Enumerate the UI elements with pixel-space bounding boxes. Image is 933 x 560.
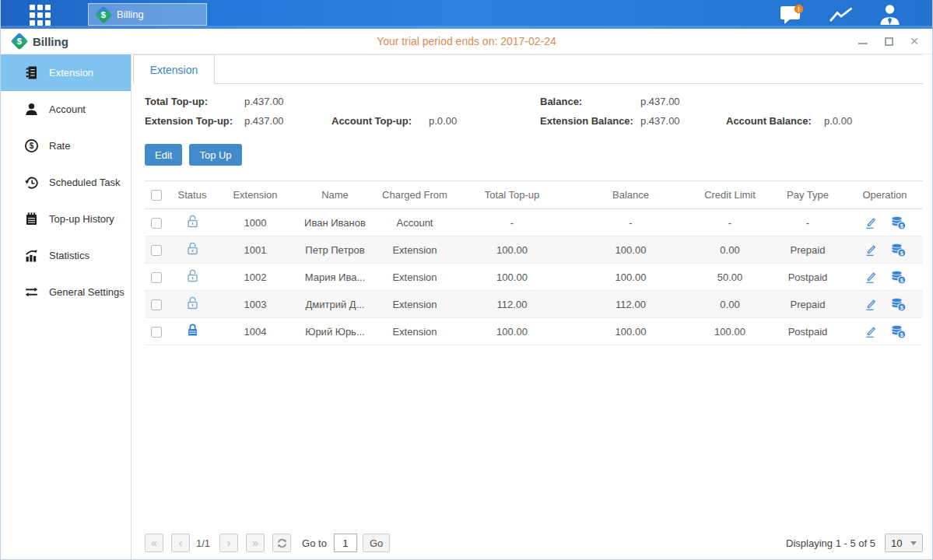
col-charged-from: Charged From [376, 181, 454, 209]
cell-credit-limit: 100.00 [691, 318, 769, 345]
cell-charged-from: Extension [376, 291, 454, 318]
topup-icon[interactable]: $ [890, 324, 907, 339]
sidebar-item-scheduled-task[interactable]: Scheduled Task [1, 164, 131, 201]
maximize-button[interactable] [883, 36, 894, 47]
window-titlebar: $ Billing Your trial period ends on: 201… [1, 29, 932, 54]
topbar-right-icons: ! [780, 4, 901, 26]
goto-label: Go to [302, 537, 327, 549]
svg-text:!: ! [798, 5, 800, 12]
table-row: 1002 Мария Ива... Extension 100.00 100.0… [145, 264, 923, 291]
cell-total-topup: 100.00 [454, 264, 570, 291]
sidebar-item-label: Scheduled Task [49, 177, 121, 188]
prev-page-button[interactable]: ‹ [171, 534, 190, 552]
cell-total-topup: - [454, 209, 570, 236]
dropdown-caret-icon [910, 541, 917, 545]
close-button[interactable]: × [909, 36, 920, 47]
next-page-button[interactable]: › [219, 534, 238, 552]
top-up-button[interactable]: Top Up [189, 144, 241, 166]
page-indicator: 1/1 [196, 537, 210, 549]
row-checkbox[interactable] [151, 327, 162, 338]
cell-pay-type: - [769, 209, 847, 236]
topup-icon[interactable]: $ [890, 297, 907, 312]
col-total-topup: Total Top-up [454, 181, 570, 209]
status-unlocked-icon [186, 268, 199, 283]
cell-credit-limit: 0.00 [691, 236, 769, 264]
sidebar-item-rate[interactable]: $ Rate [1, 128, 131, 164]
table-row: 1000 Иван Иванов Account - - - - [145, 209, 923, 236]
extension-balance-value: p.437.00 [640, 115, 726, 127]
pagination-bar: « ‹ 1/1 › » Go to Go [145, 534, 923, 552]
cell-name: Юрий Юрь... [294, 318, 376, 345]
edit-icon[interactable] [864, 215, 878, 229]
cell-balance: - [570, 209, 691, 236]
last-page-button[interactable]: » [246, 534, 265, 552]
col-credit-limit: Credit Limit [691, 181, 769, 209]
edit-button[interactable]: Edit [145, 144, 182, 166]
first-page-button[interactable]: « [145, 534, 163, 552]
cell-extension: 1003 [216, 291, 294, 318]
cell-credit-limit: 0.00 [691, 291, 769, 318]
cell-balance: 112.00 [570, 291, 691, 318]
balance-label: Balance: [540, 96, 640, 107]
cell-balance: 100.00 [570, 236, 691, 264]
balance-value: p.437.00 [640, 96, 726, 107]
goto-page-input[interactable] [334, 534, 357, 552]
status-unlocked-icon [186, 214, 199, 229]
monitor-icon[interactable] [828, 5, 854, 25]
edit-icon[interactable] [864, 324, 878, 338]
edit-icon[interactable] [864, 297, 878, 311]
topup-icon[interactable]: $ [890, 243, 907, 257]
sidebar-item-topup-history[interactable]: Top-up History [1, 201, 131, 237]
col-name: Name [294, 181, 376, 209]
account-icon [24, 102, 39, 117]
row-checkbox[interactable] [151, 272, 162, 283]
app-grid-icon[interactable] [30, 5, 54, 25]
topup-history-icon [24, 212, 39, 226]
minimize-button[interactable] [858, 36, 868, 47]
cell-total-topup: 112.00 [454, 291, 570, 318]
notifications-icon[interactable]: ! [780, 4, 804, 26]
cell-name: Иван Иванов [294, 209, 376, 236]
sidebar-item-account[interactable]: Account [1, 91, 131, 128]
cell-name: Дмитрий Д... [294, 291, 376, 318]
billing-summary: Total Top-up: p.437.00 Extension Top-up:… [145, 84, 923, 127]
page-size-select[interactable]: 10 [885, 534, 923, 552]
taskbar-billing-tab[interactable]: $ Billing [88, 3, 207, 26]
edit-icon[interactable] [864, 243, 878, 257]
account-balance-label: Account Balance: [726, 115, 824, 127]
rate-icon: $ [24, 138, 39, 153]
app-screen: $ Billing ! [0, 0, 933, 560]
row-checkbox[interactable] [151, 245, 162, 256]
row-checkbox[interactable] [151, 299, 162, 310]
sidebar-item-extension[interactable]: Extension [1, 54, 131, 91]
trial-notice: Your trial period ends on: 2017-02-24 [1, 35, 932, 47]
refresh-button[interactable] [272, 534, 291, 552]
sidebar-item-label: General Settings [49, 286, 125, 298]
statistics-icon [24, 248, 39, 263]
cell-charged-from: Account [376, 209, 454, 236]
topup-icon[interactable]: $ [890, 215, 907, 230]
cell-name: Петр Петров [294, 236, 376, 264]
table-row: 1003 Дмитрий Д... Extension 112.00 112.0… [145, 291, 923, 318]
topup-icon[interactable]: $ [890, 270, 907, 285]
tab-extension[interactable]: Extension [133, 54, 215, 84]
sidebar-item-general-settings[interactable]: General Settings [1, 274, 131, 310]
user-icon[interactable] [879, 4, 901, 25]
account-topup-value: p.0.00 [429, 115, 540, 127]
sidebar-item-label: Account [49, 103, 86, 115]
col-operation: Operation [847, 181, 923, 209]
sidebar: Extension Account $ Rate [1, 54, 132, 559]
cell-credit-limit: 50.00 [691, 264, 769, 291]
select-all-checkbox[interactable] [151, 190, 162, 201]
edit-icon[interactable] [864, 270, 878, 284]
page-size-value: 10 [891, 537, 902, 549]
sidebar-item-statistics[interactable]: Statistics [1, 237, 131, 274]
cell-pay-type: Postpaid [769, 318, 847, 345]
extension-topup-label: Extension Top-up: [145, 115, 244, 127]
extension-balance-label: Extension Balance: [540, 115, 640, 127]
sidebar-item-label: Top-up History [49, 213, 114, 225]
window-title: Billing [33, 35, 68, 48]
row-checkbox[interactable] [151, 218, 162, 229]
go-button[interactable]: Go [363, 534, 390, 552]
status-unlocked-icon [186, 296, 199, 310]
